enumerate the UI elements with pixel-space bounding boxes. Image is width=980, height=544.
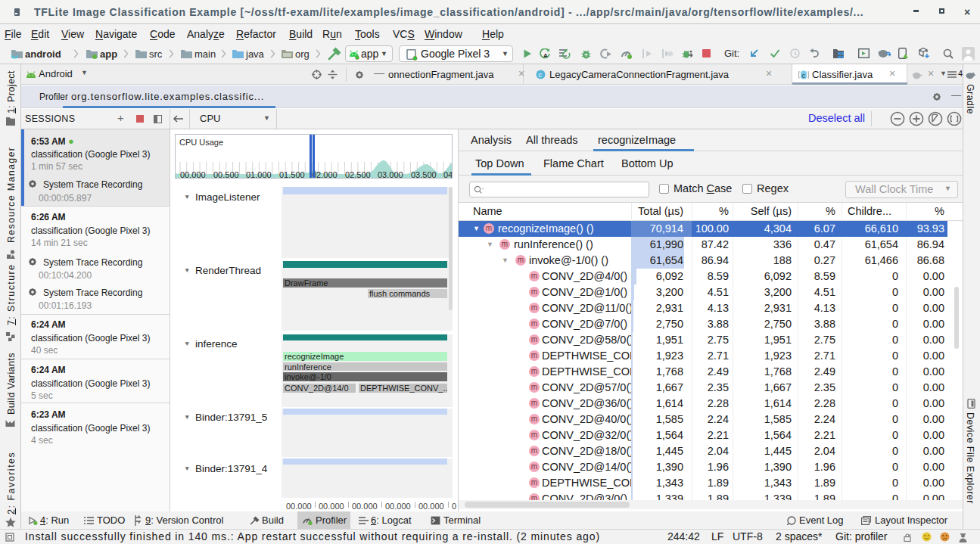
svg-text:c: c xyxy=(539,71,543,79)
svg-text:c: c xyxy=(802,71,806,79)
svg-text:A: A xyxy=(543,52,548,59)
